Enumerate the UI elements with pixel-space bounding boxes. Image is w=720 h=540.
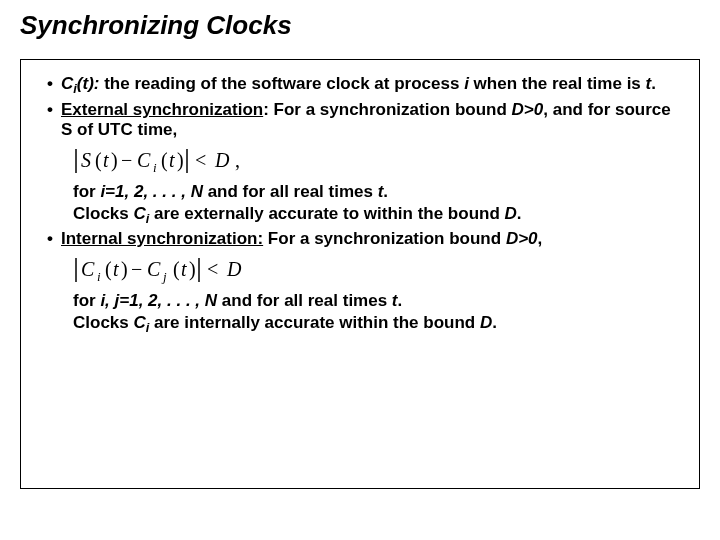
svg-text:−: − — [121, 149, 132, 171]
svg-text:i: i — [153, 160, 157, 175]
svg-text:<: < — [195, 149, 206, 171]
svg-text:): ) — [121, 258, 128, 281]
slide-title: Synchronizing Clocks — [20, 10, 700, 41]
svg-text:t: t — [169, 149, 175, 171]
bullet-dot: • — [39, 100, 61, 120]
svg-text:j: j — [161, 269, 167, 284]
ext-line-accurate: Clocks Ci are externally accurate to wit… — [73, 204, 681, 226]
bullet-ci-text: Ci(t): the reading of the software clock… — [61, 74, 681, 96]
svg-text:(: ( — [105, 258, 112, 281]
svg-text:D: D — [214, 149, 230, 171]
bullet-dot: • — [39, 229, 61, 249]
int-line-accurate: Clocks Ci are internally accurate within… — [73, 313, 681, 335]
svg-text:C: C — [137, 149, 151, 171]
svg-text:D: D — [226, 258, 242, 280]
int-line-for: for i, j=1, 2, . . . , N and for all rea… — [73, 291, 681, 311]
svg-text:t: t — [113, 258, 119, 280]
content-box: • Ci(t): the reading of the software clo… — [20, 59, 700, 489]
svg-text:i: i — [97, 269, 101, 284]
svg-text:(: ( — [161, 149, 168, 172]
svg-text:(: ( — [95, 149, 102, 172]
slide: Synchronizing Clocks • Ci(t): the readin… — [0, 0, 720, 540]
svg-text:C: C — [81, 258, 95, 280]
formula-internal: C i ( t ) − C j ( t ) < D — [73, 255, 681, 285]
svg-text:t: t — [103, 149, 109, 171]
bullet-dot: • — [39, 74, 61, 94]
svg-text:−: − — [131, 258, 142, 280]
svg-text:): ) — [189, 258, 196, 281]
svg-text:): ) — [111, 149, 118, 172]
svg-text:C: C — [147, 258, 161, 280]
bullet-external: • External synchronization: For a synchr… — [39, 100, 681, 140]
svg-text:,: , — [235, 149, 240, 171]
bullet-external-text: External synchronization: For a synchron… — [61, 100, 681, 140]
bullet-internal: • Internal synchronization: For a synchr… — [39, 229, 681, 249]
formula-external: S ( t ) − C i ( t ) < D , — [73, 146, 681, 176]
ext-line-for: for i=1, 2, . . . , N and for all real t… — [73, 182, 681, 202]
svg-text:S: S — [81, 149, 91, 171]
svg-text:t: t — [181, 258, 187, 280]
bullet-ci: • Ci(t): the reading of the software clo… — [39, 74, 681, 96]
bullet-internal-text: Internal synchronization: For a synchron… — [61, 229, 681, 249]
svg-text:(: ( — [173, 258, 180, 281]
svg-text:<: < — [207, 258, 218, 280]
svg-text:): ) — [177, 149, 184, 172]
